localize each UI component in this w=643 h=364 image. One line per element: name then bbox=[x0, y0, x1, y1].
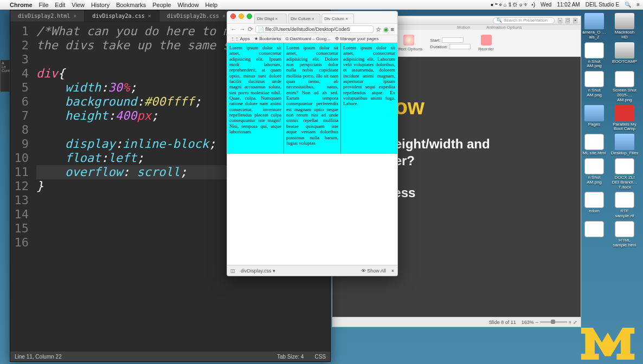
browser-tab[interactable]: Div Colum× bbox=[288, 14, 320, 23]
bookmarks-bar: ⋮⋮ Apps ★ Bookmarks G Dashboard – Goog… … bbox=[227, 35, 397, 43]
desktop-icon[interactable]: DOCX ZLI DEI Brandi…7.docx bbox=[612, 158, 638, 190]
menu-icon[interactable]: ≡ bbox=[391, 26, 394, 32]
desktop-icon[interactable]: BOOTCAMP bbox=[612, 42, 638, 69]
desktop-icon[interactable]: Parallels My Boot Camp bbox=[612, 105, 638, 132]
app-name[interactable]: Chrome bbox=[10, 2, 33, 8]
bookmark-item[interactable]: G Dashboard – Goog… bbox=[285, 36, 331, 41]
desktop-icons: amera_O …als_2Macintosh HDn Shot AM.pngB… bbox=[581, 13, 641, 248]
slide-bullet: cess bbox=[387, 185, 570, 200]
tab-size[interactable]: Tab Size: 4 bbox=[277, 354, 304, 360]
menu-view[interactable]: View bbox=[72, 2, 85, 8]
editor-tab[interactable]: divDisplay2.html× bbox=[10, 10, 85, 22]
url-input[interactable]: 📄 file:///Users/deilstudioe/Desktop/Code… bbox=[255, 25, 374, 33]
slide-counter: Slide 8 of 11 bbox=[489, 320, 516, 325]
search-icon: 🔍 bbox=[497, 18, 502, 23]
zoom-control[interactable]: 163% –+ ⤢ bbox=[522, 320, 577, 325]
desktop-icon[interactable]: ML site.html bbox=[581, 134, 607, 156]
bookmark-item[interactable]: ★ Bookmarks bbox=[254, 36, 281, 41]
duration-field[interactable] bbox=[449, 44, 471, 49]
browser-tabs: Div Displ× Div Colum× Div Colum× bbox=[227, 14, 397, 23]
start-field[interactable] bbox=[442, 37, 464, 43]
desktop-icon[interactable]: n Shot AM.png bbox=[581, 158, 607, 190]
background-window: A Le Contrai bbox=[0, 60, 10, 92]
menu-people[interactable]: People bbox=[152, 2, 171, 8]
mac-menubar: Chrome File Edit View History Bookmarks … bbox=[0, 0, 643, 10]
desktop-icon[interactable] bbox=[581, 221, 607, 248]
desktop-icon[interactable]: Desktop_Files bbox=[612, 134, 638, 156]
back-button[interactable]: ← bbox=[230, 25, 237, 33]
ppt-statusbar: Slide 8 of 11 163% –+ ⤢ bbox=[332, 317, 581, 327]
syntax-lang[interactable]: CSS bbox=[314, 354, 326, 360]
notification-icon[interactable]: ≡ bbox=[636, 2, 640, 8]
editor-statusbar: Line 11, Column 22 Tab Size: 4 CSS bbox=[10, 352, 330, 361]
slide-title: flow bbox=[381, 95, 570, 119]
ribbon-reorder[interactable]: Reorder bbox=[478, 35, 494, 51]
browser-tab[interactable]: Div Displ× bbox=[254, 14, 287, 23]
content-column[interactable]: Lorem ipsum dolor sit amet, consectetur … bbox=[227, 43, 284, 154]
close-icon[interactable]: × bbox=[312, 16, 314, 21]
status-icons[interactable]: ● ☁ ◐ ⌂ ⇅ ⚙ ⊙ ᯤ ◂) bbox=[490, 2, 535, 8]
file-selector[interactable]: divDisplay.css ▾ bbox=[241, 268, 275, 274]
close-button[interactable]: × bbox=[573, 18, 577, 23]
spotlight-icon[interactable]: 🔍 bbox=[625, 2, 631, 8]
reload-button[interactable]: ⟳ bbox=[248, 25, 253, 33]
close-icon[interactable]: × bbox=[148, 13, 151, 19]
user-name[interactable]: DEIL Studio E bbox=[586, 2, 619, 8]
inspector-icon[interactable]: ◫ bbox=[230, 268, 235, 274]
show-all[interactable]: 👁 Show All bbox=[361, 268, 386, 274]
ribbon-effect[interactable]: Effect Options bbox=[395, 35, 422, 51]
desktop-icon[interactable]: n Shot AM.png bbox=[581, 71, 607, 102]
desktop-icon[interactable]: HTML sample.html bbox=[612, 221, 638, 248]
ppt-search[interactable]: 🔍 Search in Presentation bbox=[493, 17, 555, 24]
desktop-icon[interactable]: edom bbox=[581, 192, 607, 219]
clock-day[interactable]: Wed bbox=[541, 2, 551, 8]
menu-help[interactable]: Help bbox=[205, 2, 218, 8]
menu-edit[interactable]: Edit bbox=[55, 2, 65, 8]
star-icon[interactable]: ☆ bbox=[376, 26, 381, 33]
clock-time[interactable]: 11:02 AM bbox=[557, 2, 580, 8]
editor-tab-active[interactable]: divDisplay2a.css× bbox=[85, 10, 159, 22]
chrome-window: Div Displ× Div Colum× Div Colum× ← → ⟳ 📄… bbox=[227, 11, 398, 276]
line-gutter: 12345678910111213141516 bbox=[10, 22, 33, 352]
cursor-position: Line 11, Column 22 bbox=[15, 354, 62, 360]
close-icon[interactable]: × bbox=[275, 16, 278, 21]
browser-tab-active[interactable]: Div Colum× bbox=[322, 14, 354, 23]
ext-icon[interactable]: ◉ bbox=[383, 26, 389, 33]
close-icon[interactable]: × bbox=[73, 13, 76, 19]
minimize-button[interactable]: – bbox=[558, 18, 562, 23]
desktop-icon[interactable]: n Shot AM.png bbox=[581, 42, 607, 69]
menu-bookmarks[interactable]: Bookmarks bbox=[116, 2, 146, 8]
forward-button[interactable]: → bbox=[239, 25, 246, 33]
michigan-logo bbox=[578, 322, 638, 361]
slide-bullet: height/width and ger? bbox=[387, 135, 570, 169]
editor-tab[interactable]: divDisplay2b.css× bbox=[159, 10, 234, 22]
bookmark-item[interactable]: ⚙ Manage your pages bbox=[335, 36, 378, 41]
close-icon[interactable]: × bbox=[345, 16, 348, 21]
desktop-icon[interactable]: amera_O …als_2 bbox=[581, 13, 607, 40]
menu-history[interactable]: History bbox=[91, 2, 110, 8]
desktop-icon[interactable]: Pages bbox=[581, 105, 607, 132]
close-icon[interactable]: × bbox=[391, 268, 394, 274]
menu-window[interactable]: Window bbox=[177, 2, 198, 8]
page-viewport: Lorem ipsum dolor sit amet, consectetur … bbox=[227, 43, 397, 154]
content-column[interactable]: Lorem ipsum dolor sit amet, consectetur … bbox=[284, 43, 341, 154]
desktop-icon[interactable]: Screen Shot 2015-…AM.png bbox=[612, 71, 638, 102]
desktop-icon[interactable]: RTF sample.rtf bbox=[612, 192, 638, 219]
fit-icon[interactable]: ⤢ bbox=[573, 320, 577, 325]
maximize-button[interactable]: □ bbox=[565, 18, 570, 23]
menu-file[interactable]: File bbox=[39, 2, 49, 8]
devtools-bar: ◫ divDisplay.css ▾ 👁 Show All × bbox=[227, 265, 397, 276]
apps-button[interactable]: ⋮⋮ Apps bbox=[230, 36, 250, 41]
close-icon[interactable]: × bbox=[222, 13, 226, 19]
content-column[interactable]: Lorem ipsum dolor sit amet, consectetur … bbox=[341, 43, 397, 154]
address-bar: ← → ⟳ 📄 file:///Users/deilstudioe/Deskto… bbox=[227, 23, 397, 35]
desktop-icon[interactable]: Macintosh HD bbox=[612, 13, 638, 40]
